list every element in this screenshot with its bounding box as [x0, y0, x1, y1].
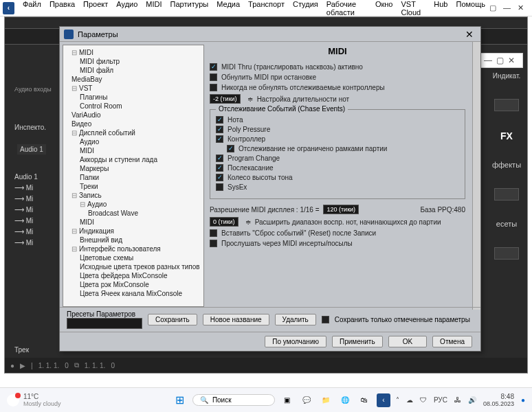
right-btn-1[interactable]	[494, 99, 519, 111]
tree-ed-chords[interactable]: Аккорды и ступени лада	[65, 155, 202, 164]
menu-помощь[interactable]: Помощь	[452, 0, 490, 18]
chk-chase-unlimited[interactable]	[227, 145, 234, 152]
menu-аудио[interactable]: Аудио	[112, 0, 142, 18]
teams-icon[interactable]: 💬	[300, 393, 313, 407]
chk-never-reset[interactable]	[210, 84, 217, 91]
tree-ui-rack-colors[interactable]: Цвета рэк MixConsole	[65, 280, 202, 289]
tree-ed-midi[interactable]: MIDI	[65, 146, 202, 155]
tree-ui-fader-colors[interactable]: Цвета фейдера MixConsole	[65, 271, 202, 280]
inner-close-icon[interactable]: ✕	[508, 56, 515, 65]
edge-icon[interactable]: 🌐	[338, 393, 352, 407]
menu-правка[interactable]: Правка	[45, 0, 79, 18]
menu-файл[interactable]: Файл	[19, 0, 45, 18]
track-row[interactable]: ⟶ Mi	[14, 238, 38, 249]
tray-network-icon[interactable]: 🖧	[454, 396, 461, 404]
defaults-button[interactable]: По умолчанию	[265, 336, 326, 347]
tray-volume-icon[interactable]: 🔊	[468, 396, 476, 404]
tree-indication[interactable]: Индикация	[79, 227, 114, 235]
presets-dropdown[interactable]	[67, 318, 142, 329]
apply-button[interactable]: Применить	[332, 336, 383, 347]
tree-vst[interactable]: VST	[79, 84, 92, 92]
transport-rec-icon[interactable]: ●	[10, 362, 14, 369]
tree-rec-bwave[interactable]: Broadcast Wave	[65, 209, 202, 218]
right-btn-2[interactable]	[494, 188, 519, 201]
chk-chase-pc[interactable]	[216, 154, 223, 162]
chk-chase-ctrl[interactable]	[216, 135, 223, 143]
track-row[interactable]: ⟶ Mi	[14, 227, 38, 238]
tree-midi-file[interactable]: MIDI файл	[65, 66, 202, 75]
extend-field[interactable]: 0 (тики)	[210, 217, 239, 227]
cancel-button[interactable]: Отмена	[432, 336, 472, 347]
tree-ui-cell-colors[interactable]: Цвета Ячеек канала MixConsole	[65, 289, 202, 298]
track-row[interactable]: ⟶ Mi	[14, 205, 38, 216]
menu-студия[interactable]: Студия	[289, 0, 322, 18]
prefs-tree[interactable]: ⊟MIDI MIDI фильтр MIDI файл MediaBay ⊟VS…	[63, 45, 204, 307]
chk-insert-reset[interactable]	[210, 229, 217, 237]
menu-проект[interactable]: Проект	[79, 0, 112, 18]
tray-lang[interactable]: РУС	[434, 396, 447, 404]
track-folder[interactable]: Audio 1	[14, 172, 38, 183]
tray-notifications-icon[interactable]: ●	[521, 396, 525, 404]
explorer-icon[interactable]: 📁	[319, 393, 333, 407]
menu-vst cloud[interactable]: VST Cloud	[397, 0, 430, 18]
menu-рабочие области[interactable]: Рабочие области	[322, 0, 371, 18]
prefs-close-icon[interactable]: ✕	[463, 29, 476, 40]
chk-chase-note[interactable]	[216, 116, 223, 124]
menu-hub[interactable]: Hub	[430, 0, 452, 18]
inner-min-icon[interactable]: —	[484, 56, 492, 65]
tree-ui-color-schemes[interactable]: Цветовые схемы	[65, 253, 202, 262]
menu-транспорт[interactable]: Транспорт	[244, 0, 289, 18]
tree-event-display[interactable]: Дисплей событий	[79, 129, 135, 137]
inner-max-icon[interactable]: ▢	[496, 56, 504, 65]
tree-ui[interactable]: Интерфейс пользователя	[79, 245, 161, 253]
tray-security-icon[interactable]: 🛡	[420, 396, 427, 404]
tree-mediabay[interactable]: MediaBay	[65, 75, 202, 84]
window-minimize-dash-icon[interactable]: —	[503, 3, 511, 12]
window-close-icon[interactable]: ✕	[518, 3, 524, 12]
tree-midi-filter[interactable]: MIDI фильтр	[65, 57, 202, 66]
chk-audition[interactable]	[210, 240, 217, 247]
track-row[interactable]: ⟶ Mi	[14, 216, 38, 227]
tree-appearance[interactable]: Внешний вид	[65, 236, 202, 244]
tree-plugins[interactable]: Плагины	[65, 93, 202, 102]
tree-record[interactable]: Запись	[79, 192, 102, 199]
tree-ui-track-colors[interactable]: Исходные цвета треков разных типов	[65, 262, 202, 271]
start-icon[interactable]: ⊞	[173, 393, 187, 407]
track-row[interactable]: ⟶ Mi	[14, 194, 38, 205]
prefs-scrollbar[interactable]	[472, 42, 480, 310]
transport-play-icon[interactable]: ▶	[20, 362, 25, 369]
tree-control-room[interactable]: Control Room	[65, 102, 202, 111]
new-preset-button[interactable]: Новое название	[203, 314, 269, 325]
chk-chase-pitch[interactable]	[216, 174, 223, 181]
menu-партитуры[interactable]: Партитуры	[166, 0, 213, 18]
tree-ed-markers[interactable]: Маркеры	[65, 164, 202, 173]
tree-variaudio[interactable]: VariAudio	[65, 111, 202, 119]
audio-track-header[interactable]: Audio 1	[17, 144, 46, 154]
tree-ed-tracks[interactable]: Треки	[65, 182, 202, 191]
menu-окно[interactable]: Окно	[371, 0, 397, 18]
menu-midi[interactable]: MIDI	[142, 0, 166, 18]
chk-save-marked[interactable]	[322, 316, 329, 323]
chk-midi-thru[interactable]	[210, 63, 217, 71]
tree-rec-midi[interactable]: MIDI	[65, 218, 202, 227]
save-preset-button[interactable]: Сохранить	[148, 314, 197, 325]
cubase-taskbar-icon[interactable]: ‹	[377, 393, 390, 407]
track-row[interactable]: ⟶ Mi	[14, 183, 38, 194]
right-btn-3[interactable]	[494, 247, 519, 260]
fx-button[interactable]: FX	[500, 130, 513, 141]
store-icon[interactable]: 🛍	[357, 393, 371, 407]
tray-time[interactable]: 8:48	[483, 393, 514, 400]
length-adjust-field[interactable]: -2 (тики)	[210, 94, 241, 104]
menu-медиа[interactable]: Медиа	[212, 0, 244, 18]
taskview-icon[interactable]: ▣	[280, 393, 294, 407]
transport-s-icon[interactable]: ⧉	[74, 361, 79, 369]
disp-res-field[interactable]: 120 (тики)	[323, 205, 359, 214]
chk-reset-stop[interactable]	[210, 73, 217, 81]
tree-rec-audio[interactable]: Аудио	[87, 201, 107, 208]
weather-widget[interactable]: 11°C Mostly cloudy	[7, 393, 61, 407]
chk-chase-after[interactable]	[216, 164, 223, 172]
chk-chase-sysex[interactable]	[216, 183, 223, 191]
chk-chase-poly[interactable]	[216, 126, 223, 133]
ok-button[interactable]: OK	[388, 336, 427, 347]
tree-video[interactable]: Видео	[65, 119, 202, 128]
